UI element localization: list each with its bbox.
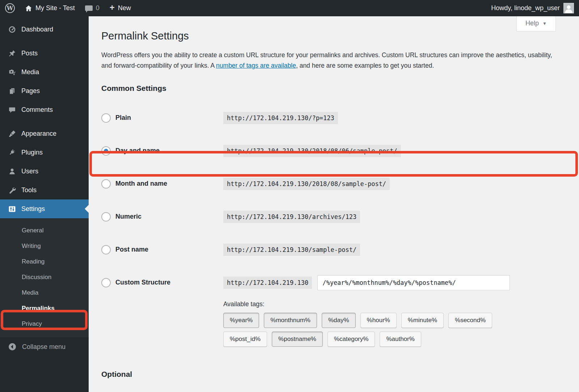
sidebar-item-media[interactable]: Media: [0, 63, 89, 81]
custom-structure-input[interactable]: [317, 275, 510, 290]
submenu-item-discussion[interactable]: Discussion: [0, 269, 89, 285]
radio-post-name[interactable]: [101, 245, 111, 254]
tag-button-category[interactable]: %category%: [327, 332, 375, 347]
sidebar-item-label: Pages: [21, 87, 40, 95]
sidebar-item-label: Media: [21, 68, 39, 76]
sidebar-item-plugins[interactable]: Plugins: [0, 143, 89, 162]
radio-month-and-name[interactable]: [101, 179, 111, 189]
radio-plain[interactable]: [101, 113, 111, 123]
collapse-arrow-icon: [8, 342, 17, 351]
option-row-day-and-name: Day and name http://172.104.219.130/2018…: [101, 134, 570, 167]
option-row-month-and-name: Month and name http://172.104.219.130/20…: [101, 167, 570, 200]
radio-day-and-name[interactable]: [101, 146, 111, 156]
sidebar-item-tools[interactable]: Tools: [0, 181, 89, 199]
tag-button-minute[interactable]: %minute%: [401, 313, 444, 328]
collapse-menu-label: Collapse menu: [22, 343, 65, 351]
submenu-item-writing[interactable]: Writing: [0, 238, 89, 254]
submenu-item-media[interactable]: Media: [0, 285, 89, 300]
submenu-item-general[interactable]: General: [0, 223, 89, 238]
tag-button-hour[interactable]: %hour%: [360, 313, 397, 328]
available-tags-section: Available tags: %year% %monthnum% %day% …: [223, 300, 570, 347]
example-url: http://172.104.219.130/sample-post/: [223, 244, 360, 256]
permalink-options-table: Plain http://172.104.219.130/?p=123 Day …: [101, 101, 570, 299]
settings-submenu: General Writing Reading Discussion Media…: [0, 218, 89, 337]
help-dropdown[interactable]: Help ▼: [516, 16, 556, 31]
sidebar-item-label: Dashboard: [21, 26, 53, 33]
comment-count: 0: [96, 4, 100, 12]
wp-logo-menu[interactable]: W: [0, 0, 20, 16]
wrench-icon: [8, 186, 16, 194]
plus-icon: +: [110, 3, 115, 12]
dashboard-icon: [8, 26, 16, 33]
example-url: http://172.104.219.130/archives/123: [223, 211, 360, 223]
available-tags-label: Available tags:: [223, 300, 570, 308]
pages-icon: [8, 87, 16, 95]
sidebar-item-appearance[interactable]: Appearance: [0, 124, 89, 143]
user-icon: [8, 168, 16, 175]
user-avatar[interactable]: [563, 3, 574, 13]
tags-row-1: %year% %monthnum% %day% %hour% %minute% …: [223, 313, 570, 328]
custom-structure-url-prefix: http://172.104.219.130: [223, 277, 312, 289]
submenu-item-permalinks[interactable]: Permalinks: [0, 300, 89, 316]
radio-custom-structure[interactable]: [101, 278, 111, 287]
sidebar-item-label: Users: [21, 168, 38, 175]
sidebar-item-dashboard[interactable]: Dashboard: [0, 20, 89, 39]
tag-button-post-id[interactable]: %post_id%: [223, 332, 267, 347]
intro-paragraph: WordPress offers you the ability to crea…: [101, 50, 560, 71]
comment-bubble-icon: [85, 5, 93, 11]
plugin-icon: [8, 149, 16, 156]
home-icon: [25, 5, 32, 12]
comments-icon: [8, 106, 16, 114]
option-row-numeric: Numeric http://172.104.219.130/archives/…: [101, 200, 570, 233]
example-url: http://172.104.219.130/2018/08/06/sample…: [223, 145, 401, 157]
option-label[interactable]: Day and name: [115, 147, 160, 155]
tag-button-second[interactable]: %second%: [448, 313, 492, 328]
sidebar-item-label: Comments: [21, 106, 53, 114]
admin-bar: W My Site - Test 0 + New Howdy, linode_w…: [0, 0, 579, 16]
page-title: Permalink Settings: [101, 16, 570, 42]
admin-sidebar: Dashboard Posts Media Pages Comments: [0, 16, 89, 392]
sidebar-item-users[interactable]: Users: [0, 162, 89, 181]
tags-row-2: %post_id% %postname% %category% %author%: [223, 332, 570, 347]
option-label[interactable]: Month and name: [115, 180, 167, 187]
common-settings-heading: Common Settings: [101, 84, 570, 93]
site-name-label: My Site - Test: [35, 4, 75, 12]
option-label[interactable]: Custom Structure: [115, 279, 170, 286]
howdy-label[interactable]: Howdy, linode_wp_user: [491, 4, 560, 12]
new-content-menu[interactable]: + New: [105, 0, 136, 16]
site-name-menu[interactable]: My Site - Test: [20, 0, 80, 16]
comments-menu[interactable]: 0: [80, 0, 105, 16]
sidebar-item-pages[interactable]: Pages: [0, 81, 89, 100]
tag-button-day[interactable]: %day%: [322, 313, 356, 328]
option-label[interactable]: Numeric: [115, 213, 141, 220]
tag-button-postname[interactable]: %postname%: [272, 332, 323, 347]
tags-available-link[interactable]: number of tags are available: [216, 62, 296, 69]
radio-numeric[interactable]: [101, 212, 111, 222]
tag-button-year[interactable]: %year%: [223, 313, 259, 328]
collapse-menu-button[interactable]: Collapse menu: [0, 337, 89, 356]
sidebar-item-label: Settings: [21, 205, 45, 213]
wordpress-logo-icon: W: [5, 3, 15, 13]
sidebar-item-settings[interactable]: Settings: [0, 199, 89, 218]
option-label[interactable]: Plain: [115, 114, 131, 122]
option-row-custom-structure: Custom Structure http://172.104.219.130: [101, 266, 570, 299]
option-label[interactable]: Post name: [115, 246, 148, 253]
sidebar-item-label: Posts: [21, 50, 38, 57]
sidebar-item-comments[interactable]: Comments: [0, 100, 89, 119]
intro-text-post: , and here are some examples to get you …: [296, 62, 434, 69]
caret-down-icon: ▼: [542, 21, 547, 26]
new-label: New: [118, 4, 131, 12]
sidebar-item-label: Plugins: [21, 149, 43, 156]
settings-icon: [8, 205, 16, 213]
sidebar-item-label: Tools: [21, 186, 37, 194]
media-icon: [8, 68, 16, 76]
paintbrush-icon: [8, 130, 16, 138]
submenu-item-reading[interactable]: Reading: [0, 254, 89, 269]
sidebar-item-posts[interactable]: Posts: [0, 44, 89, 63]
example-url: http://172.104.219.130/?p=123: [223, 112, 338, 124]
option-row-post-name: Post name http://172.104.219.130/sample-…: [101, 233, 570, 266]
pushpin-icon: [8, 50, 16, 57]
submenu-item-privacy[interactable]: Privacy: [0, 316, 89, 332]
tag-button-author[interactable]: %author%: [380, 332, 421, 347]
tag-button-monthnum[interactable]: %monthnum%: [264, 313, 317, 328]
